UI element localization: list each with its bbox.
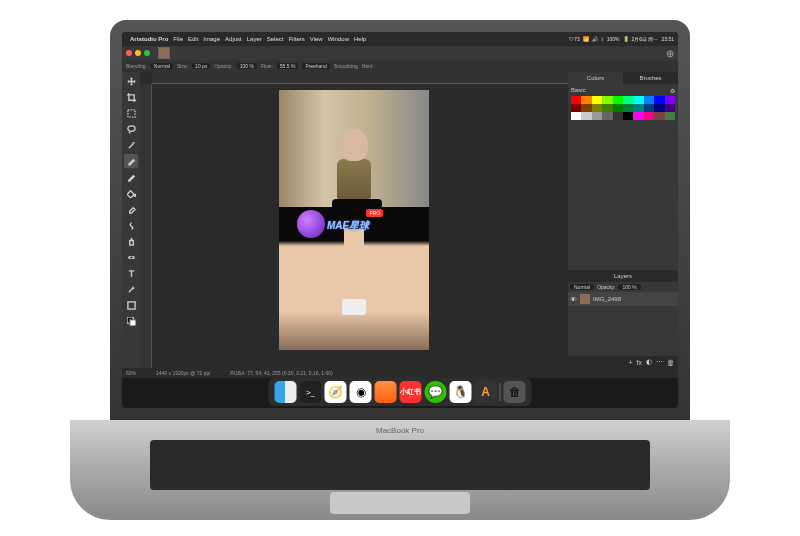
menu-view[interactable]: View bbox=[310, 36, 323, 42]
document-thumbnail[interactable] bbox=[158, 47, 170, 59]
layer-more-button[interactable]: ⋯ bbox=[656, 358, 663, 366]
color-swatch[interactable] bbox=[623, 96, 633, 104]
heal-tool[interactable] bbox=[124, 250, 138, 264]
selection-tool[interactable] bbox=[124, 106, 138, 120]
color-swatch[interactable] bbox=[644, 104, 654, 112]
color-swatch[interactable] bbox=[592, 96, 602, 104]
dock-wechat[interactable]: 💬 bbox=[425, 381, 447, 403]
eraser-tool[interactable] bbox=[124, 202, 138, 216]
minimize-button[interactable] bbox=[135, 50, 141, 56]
bluetooth-icon[interactable]: ᛒ bbox=[601, 36, 604, 42]
crop-tool[interactable] bbox=[124, 90, 138, 104]
menu-adjust[interactable]: Adjust bbox=[225, 36, 242, 42]
clone-tool[interactable] bbox=[124, 234, 138, 248]
color-swatch[interactable] bbox=[124, 314, 138, 328]
dock-safari[interactable]: 🧭 bbox=[325, 381, 347, 403]
dock-trash[interactable]: 🗑 bbox=[504, 381, 526, 403]
battery-status[interactable]: 100% bbox=[607, 36, 620, 42]
color-swatch[interactable] bbox=[613, 96, 623, 104]
color-swatch[interactable] bbox=[571, 104, 581, 112]
swatch-settings-icon[interactable]: ⚙ bbox=[670, 87, 675, 94]
hard-toggle[interactable]: Hard bbox=[362, 63, 373, 69]
color-swatch[interactable] bbox=[623, 112, 633, 120]
text-tool[interactable] bbox=[124, 266, 138, 280]
pencil-tool[interactable] bbox=[124, 170, 138, 184]
opacity-input[interactable]: 100 % bbox=[237, 63, 257, 69]
color-swatch[interactable] bbox=[665, 112, 675, 120]
wand-tool[interactable] bbox=[124, 138, 138, 152]
color-swatch[interactable] bbox=[581, 96, 591, 104]
color-swatch[interactable] bbox=[665, 96, 675, 104]
delete-layer-button[interactable]: 🗑 bbox=[667, 359, 674, 366]
color-swatch[interactable] bbox=[602, 96, 612, 104]
menu-window[interactable]: Window bbox=[328, 36, 349, 42]
smudge-tool[interactable] bbox=[124, 218, 138, 232]
menu-edit[interactable]: Edit bbox=[188, 36, 198, 42]
dock-app-orange[interactable] bbox=[375, 381, 397, 403]
flow-input[interactable]: 55.5 % bbox=[277, 63, 299, 69]
smoothing-toggle[interactable]: Smoothing bbox=[334, 63, 358, 69]
menu-select[interactable]: Select bbox=[267, 36, 284, 42]
color-swatch[interactable] bbox=[581, 112, 591, 120]
color-swatch[interactable] bbox=[571, 96, 581, 104]
menubar-date[interactable]: 2月6日 周一 bbox=[632, 36, 659, 42]
dock-chrome[interactable]: ◉ bbox=[350, 381, 372, 403]
close-button[interactable] bbox=[126, 50, 132, 56]
shape-tool[interactable] bbox=[124, 298, 138, 312]
add-layer-button[interactable]: + bbox=[628, 359, 632, 366]
dock-qq[interactable]: 🐧 bbox=[450, 381, 472, 403]
dock-terminal[interactable]: >_ bbox=[300, 381, 322, 403]
layer-blend-dropdown[interactable]: Normal bbox=[570, 284, 594, 290]
menu-file[interactable]: File bbox=[173, 36, 183, 42]
color-swatch[interactable] bbox=[654, 112, 664, 120]
layer-visibility-icon[interactable]: 👁 bbox=[570, 296, 577, 303]
menu-help[interactable]: Help bbox=[354, 36, 366, 42]
layer-fx-button[interactable]: fx bbox=[637, 359, 642, 366]
dock-xiaohongshu[interactable]: 小红书 bbox=[400, 381, 422, 403]
canvas-area[interactable]: MAE星球 PRO bbox=[140, 72, 568, 368]
color-swatch[interactable] bbox=[633, 112, 643, 120]
blending-dropdown[interactable]: Normal bbox=[151, 63, 173, 69]
move-tool[interactable] bbox=[124, 74, 138, 88]
volume-icon[interactable]: 🔊 bbox=[592, 36, 598, 42]
color-swatch[interactable] bbox=[602, 112, 612, 120]
brush-tool[interactable] bbox=[124, 154, 138, 168]
dock-artstudio[interactable]: A bbox=[475, 381, 497, 403]
tab-colors[interactable]: Colors bbox=[568, 72, 623, 84]
new-tab-button[interactable]: ⊕ bbox=[666, 48, 674, 59]
layer-mask-button[interactable]: ◐ bbox=[646, 358, 652, 366]
layer-opacity-input[interactable]: 100 % bbox=[618, 284, 640, 290]
color-swatch[interactable] bbox=[602, 104, 612, 112]
color-swatch[interactable] bbox=[654, 96, 664, 104]
color-swatch[interactable] bbox=[592, 104, 602, 112]
dock-finder[interactable] bbox=[275, 381, 297, 403]
menu-layer[interactable]: Layer bbox=[247, 36, 262, 42]
layer-row[interactable]: 👁 IMG_2498 bbox=[568, 292, 678, 306]
color-swatch[interactable] bbox=[644, 96, 654, 104]
lasso-tool[interactable] bbox=[124, 122, 138, 136]
color-swatch[interactable] bbox=[633, 104, 643, 112]
stroke-mode-dropdown[interactable]: Freehand bbox=[302, 63, 329, 69]
color-swatch[interactable] bbox=[613, 112, 623, 120]
menu-image[interactable]: Image bbox=[203, 36, 220, 42]
color-swatch[interactable] bbox=[613, 104, 623, 112]
color-swatch[interactable] bbox=[592, 112, 602, 120]
size-input[interactable]: 10 px bbox=[192, 63, 210, 69]
app-menu[interactable]: Artstudio Pro bbox=[130, 36, 168, 42]
tab-brushes[interactable]: Brushes bbox=[623, 72, 678, 84]
color-swatch[interactable] bbox=[623, 104, 633, 112]
menu-filters[interactable]: Filters bbox=[288, 36, 304, 42]
color-swatch[interactable] bbox=[665, 104, 675, 112]
menubar-time[interactable]: 23:51 bbox=[661, 36, 674, 42]
color-swatch[interactable] bbox=[644, 112, 654, 120]
eyedropper-tool[interactable] bbox=[124, 282, 138, 296]
notif-badge[interactable]: 🛡73 bbox=[569, 36, 580, 42]
color-swatch[interactable] bbox=[633, 96, 643, 104]
zoom-level[interactable]: 60% bbox=[126, 370, 136, 376]
bucket-tool[interactable] bbox=[124, 186, 138, 200]
color-swatch[interactable] bbox=[581, 104, 591, 112]
wifi-icon[interactable]: 📶 bbox=[583, 36, 589, 42]
zoom-button[interactable] bbox=[144, 50, 150, 56]
canvas-image[interactable]: MAE星球 PRO bbox=[279, 90, 429, 350]
color-swatch[interactable] bbox=[571, 112, 581, 120]
